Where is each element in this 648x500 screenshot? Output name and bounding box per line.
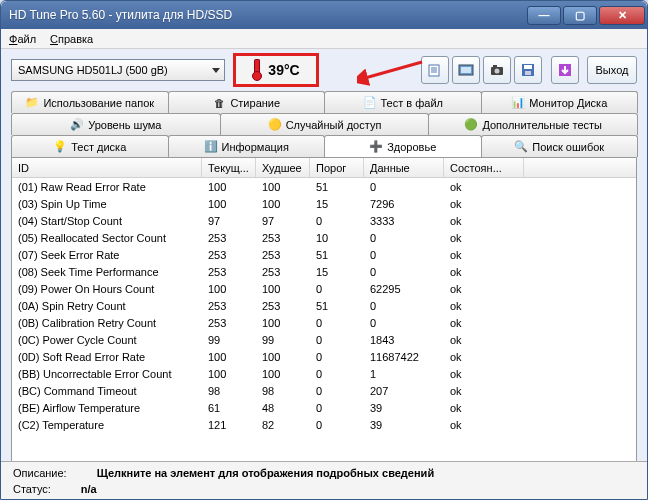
- table-row[interactable]: (01) Raw Read Error Rate100100510ok: [12, 178, 636, 195]
- table-row[interactable]: (0B) Calibration Retry Count25310000ok: [12, 314, 636, 331]
- cell-thr: 0: [310, 419, 364, 431]
- table-row[interactable]: (BB) Uncorrectable Error Count10010001ok: [12, 365, 636, 382]
- cell-thr: 0: [310, 215, 364, 227]
- cell-cur: 253: [202, 249, 256, 261]
- cell-data: 1843: [364, 334, 444, 346]
- cell-id: (BC) Command Timeout: [12, 385, 202, 397]
- menu-file[interactable]: Файл: [9, 33, 36, 45]
- drive-selected-label: SAMSUNG HD501LJ (500 gB): [18, 64, 168, 76]
- status-label: Статус:: [13, 483, 51, 495]
- trash-icon: 🗑: [212, 96, 226, 110]
- speaker-icon: 🔊: [70, 118, 84, 132]
- table-row[interactable]: (0D) Soft Read Error Rate100100011687422…: [12, 348, 636, 365]
- col-worst[interactable]: Худшее: [256, 158, 310, 177]
- cell-id: (08) Seek Time Performance: [12, 266, 202, 278]
- cell-data: 1: [364, 368, 444, 380]
- cell-cur: 253: [202, 300, 256, 312]
- cell-id: (C2) Temperature: [12, 419, 202, 431]
- camera-button[interactable]: [483, 56, 511, 84]
- tab-random-access[interactable]: 🟡Случайный доступ: [220, 113, 430, 135]
- table-row[interactable]: (03) Spin Up Time100100157296ok: [12, 195, 636, 212]
- cell-cur: 253: [202, 317, 256, 329]
- table-row[interactable]: (0C) Power Cycle Count999901843ok: [12, 331, 636, 348]
- tabs-area: 📁Использование папок 🗑Стирание 📄Тест в ф…: [11, 91, 637, 482]
- tab-file-test[interactable]: 📄Тест в файл: [324, 91, 482, 113]
- minimize-button[interactable]: —: [527, 6, 561, 25]
- footer: Описание: Щелкните на элемент для отобра…: [1, 461, 647, 499]
- cell-cur: 253: [202, 266, 256, 278]
- file-icon: 📄: [363, 96, 377, 110]
- cell-data: 0: [364, 232, 444, 244]
- table-row[interactable]: (0A) Spin Retry Count253253510ok: [12, 297, 636, 314]
- cell-data: 207: [364, 385, 444, 397]
- cell-worst: 100: [256, 283, 310, 295]
- tab-row-3: 💡Тест диска ℹ️Информация ➕Здоровье 🔍Поис…: [11, 135, 637, 157]
- options-button[interactable]: [551, 56, 579, 84]
- svg-rect-8: [493, 65, 497, 68]
- tab-extra-tests[interactable]: 🟢Дополнительные тесты: [428, 113, 638, 135]
- cell-worst: 99: [256, 334, 310, 346]
- exit-button[interactable]: Выход: [587, 56, 637, 84]
- table-row[interactable]: (07) Seek Error Rate253253510ok: [12, 246, 636, 263]
- gauge-icon: 💡: [53, 140, 67, 154]
- cell-worst: 97: [256, 215, 310, 227]
- screenshot-button[interactable]: [452, 56, 480, 84]
- cell-id: (03) Spin Up Time: [12, 198, 202, 210]
- cell-id: (0C) Power Cycle Count: [12, 334, 202, 346]
- health-icon: ➕: [369, 140, 383, 154]
- cell-st: ok: [444, 419, 524, 431]
- col-id[interactable]: ID: [12, 158, 202, 177]
- tab-folder-usage[interactable]: 📁Использование папок: [11, 91, 169, 113]
- cell-data: 62295: [364, 283, 444, 295]
- cell-id: (01) Raw Read Error Rate: [12, 181, 202, 193]
- cell-data: 39: [364, 419, 444, 431]
- table-row[interactable]: (BE) Airflow Temperature6148039ok: [12, 399, 636, 416]
- cell-cur: 100: [202, 198, 256, 210]
- tab-disk-monitor[interactable]: 📊Монитор Диска: [481, 91, 639, 113]
- tab-row-2: 🔊Уровень шума 🟡Случайный доступ 🟢Дополни…: [11, 113, 637, 135]
- col-data[interactable]: Данные: [364, 158, 444, 177]
- cell-worst: 100: [256, 181, 310, 193]
- cell-id: (0B) Calibration Retry Count: [12, 317, 202, 329]
- col-status[interactable]: Состоян...: [444, 158, 524, 177]
- cell-st: ok: [444, 385, 524, 397]
- desc-value: Щелкните на элемент для отображения подр…: [97, 467, 434, 479]
- save-button[interactable]: [514, 56, 542, 84]
- close-button[interactable]: ✕: [599, 6, 645, 25]
- tab-error-scan[interactable]: 🔍Поиск ошибок: [481, 135, 639, 157]
- titlebar[interactable]: HD Tune Pro 5.60 - утилита для HD/SSD — …: [1, 1, 647, 29]
- status-value: n/a: [81, 483, 97, 495]
- folder-icon: 📁: [25, 96, 39, 110]
- menu-help[interactable]: Справка: [50, 33, 93, 45]
- cell-st: ok: [444, 317, 524, 329]
- tab-noise[interactable]: 🔊Уровень шума: [11, 113, 221, 135]
- col-current[interactable]: Текущ...: [202, 158, 256, 177]
- cell-data: 0: [364, 317, 444, 329]
- table-row[interactable]: (C2) Temperature12182039ok: [12, 416, 636, 433]
- table-row[interactable]: (05) Reallocated Sector Count253253100ok: [12, 229, 636, 246]
- cell-cur: 61: [202, 402, 256, 414]
- table-row[interactable]: (04) Start/Stop Count979703333ok: [12, 212, 636, 229]
- tab-row-1: 📁Использование папок 🗑Стирание 📄Тест в ф…: [11, 91, 637, 113]
- tab-benchmark[interactable]: 💡Тест диска: [11, 135, 169, 157]
- maximize-button[interactable]: ▢: [563, 6, 597, 25]
- drive-select[interactable]: SAMSUNG HD501LJ (500 gB): [11, 59, 225, 81]
- info-icon: ℹ️: [204, 140, 218, 154]
- tab-health[interactable]: ➕Здоровье: [324, 135, 482, 157]
- cell-cur: 99: [202, 334, 256, 346]
- tab-info[interactable]: ℹ️Информация: [168, 135, 326, 157]
- cell-st: ok: [444, 283, 524, 295]
- cell-worst: 253: [256, 300, 310, 312]
- table-row[interactable]: (08) Seek Time Performance253253150ok: [12, 263, 636, 280]
- svg-rect-11: [525, 71, 531, 75]
- cell-id: (0D) Soft Read Error Rate: [12, 351, 202, 363]
- table-row[interactable]: (BC) Command Timeout98980207ok: [12, 382, 636, 399]
- col-threshold[interactable]: Порог: [310, 158, 364, 177]
- cell-st: ok: [444, 249, 524, 261]
- tab-erase[interactable]: 🗑Стирание: [168, 91, 326, 113]
- desc-label: Описание:: [13, 467, 67, 479]
- table-row[interactable]: (09) Power On Hours Count100100062295ok: [12, 280, 636, 297]
- table-body[interactable]: (01) Raw Read Error Rate100100510ok(03) …: [12, 178, 636, 468]
- copy-text-button[interactable]: [421, 56, 449, 84]
- cell-data: 39: [364, 402, 444, 414]
